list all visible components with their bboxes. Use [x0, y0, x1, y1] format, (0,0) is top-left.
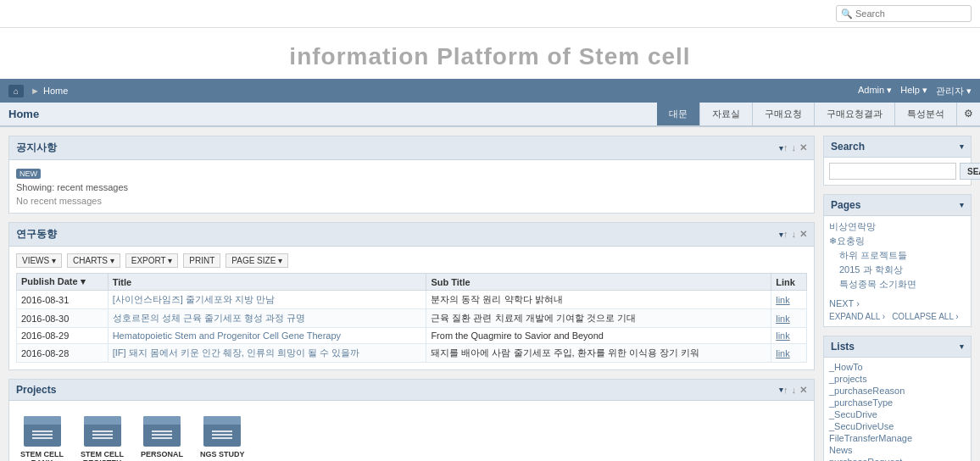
research-up[interactable]: ↑ — [783, 229, 788, 240]
cell-title[interactable]: Hematopoietic Stem and Progenitor Cell G… — [108, 328, 426, 344]
breadcrumb-home[interactable]: Home — [43, 86, 68, 96]
left-column: 공지사항 ▾ ↑ ↓ ✕ NEW Showing: recent message… — [8, 136, 815, 461]
top-search-wrap: 🔍 — [836, 5, 972, 22]
cell-link[interactable]: link — [771, 309, 807, 328]
col-title[interactable]: Title — [108, 274, 426, 291]
notices-down[interactable]: ↓ — [792, 142, 797, 153]
cell-date: 2016-08-30 — [17, 309, 109, 328]
list-item-link[interactable]: _SecuDriveUse — [829, 420, 966, 432]
tab-daemun[interactable]: 대문 — [657, 103, 700, 125]
search-button[interactable]: SEARCH — [960, 163, 980, 180]
project-item-personal[interactable]: PERSONAL — [141, 416, 183, 461]
project-item-stemcell-bank[interactable]: STEM CELLBANK — [20, 416, 64, 461]
pages-panel: Pages ▾ 비상연락망❄요충링하위 프로젝트들2015 과 학회상특성종목 … — [823, 194, 972, 327]
lists-chevron[interactable]: ▾ — [960, 342, 964, 351]
expand-all[interactable]: EXPAND ALL › — [829, 312, 885, 321]
projects-close[interactable]: ✕ — [799, 385, 807, 396]
table-row: 2016-08-29 Hematopoietic Stem and Progen… — [17, 328, 807, 344]
pagesize-btn[interactable]: PAGE SIZE ▾ — [226, 253, 288, 268]
tab-bar: Home 대문 자료실 구매요청 구매요청결과 특성분석 ⚙ — [0, 103, 980, 127]
notices-title: 공지사항 — [16, 141, 779, 155]
list-item-link[interactable]: _projects — [829, 373, 966, 385]
list-item-link[interactable]: _SecuDrive — [829, 408, 966, 420]
list-item-link[interactable]: FileTransferManage — [829, 432, 966, 444]
research-table: Publish Date ▾ Title Sub Title Link 2016… — [16, 273, 807, 363]
tab-gumaeyo[interactable]: 구매요청 — [753, 103, 815, 125]
lists-body: _HowTo_projects_purchaseReason_purchaseT… — [824, 358, 971, 461]
cell-link[interactable]: link — [771, 291, 807, 309]
cell-link[interactable]: link — [771, 328, 807, 344]
research-close[interactable]: ✕ — [799, 229, 807, 240]
project-label: STEM CELLREGISTRY — [81, 450, 124, 461]
right-search-body: SEARCH — [824, 158, 971, 185]
pages-expand-collapse: EXPAND ALL › COLLAPSE ALL › — [824, 310, 971, 326]
page-label: Home — [8, 103, 47, 125]
tab-settings-icon[interactable]: ⚙ — [957, 103, 980, 125]
cell-link[interactable]: link — [771, 344, 807, 363]
help-menu[interactable]: Help ▾ — [900, 85, 927, 97]
research-controls: ↑ ↓ ✕ — [783, 229, 807, 240]
right-column: Search ▾ SEARCH Pages ▾ 비상연락망❄요충링하위 프로젝트… — [823, 136, 972, 461]
manager-menu[interactable]: 관리자 ▾ — [936, 85, 972, 97]
projects-down[interactable]: ↓ — [792, 385, 797, 396]
right-search-chevron[interactable]: ▾ — [960, 142, 964, 151]
list-item-link[interactable]: purchaseRequest — [829, 456, 966, 461]
col-date[interactable]: Publish Date ▾ — [17, 274, 109, 291]
projects-up[interactable]: ↑ — [783, 385, 788, 396]
project-icon — [203, 416, 241, 447]
pages-title: Pages — [831, 199, 960, 211]
tab-tuksungbunsuk[interactable]: 특성분석 — [895, 103, 957, 125]
project-item-ngs-study[interactable]: NGS STUDY — [200, 416, 245, 461]
col-link[interactable]: Link — [771, 274, 807, 291]
list-item-link[interactable]: _purchaseType — [829, 397, 966, 408]
tab-gumaeresult[interactable]: 구매요청결과 — [815, 103, 895, 125]
list-item-link[interactable]: _HowTo — [829, 361, 966, 373]
lists-title: Lists — [831, 341, 960, 353]
cell-title[interactable]: 성호르몬의 성체 근육 줄기세포 형성 과정 규명 — [108, 309, 426, 328]
list-item: 비상연락망 — [829, 219, 966, 234]
list-item: ❄요충링 — [829, 234, 966, 248]
breadcrumb-sep: ► — [31, 86, 40, 96]
projects-controls: ↑ ↓ ✕ — [783, 385, 807, 396]
home-icon[interactable]: ⌂ — [8, 85, 24, 97]
notice-empty: No recent messages — [16, 196, 807, 206]
tabs: 대문 자료실 구매요청 구매요청결과 특성분석 ⚙ — [657, 103, 980, 125]
right-search-input[interactable] — [829, 163, 956, 180]
breadcrumb: ⌂ ► Home — [8, 85, 68, 97]
right-search-panel: Search ▾ SEARCH — [823, 136, 972, 186]
print-btn[interactable]: PRINT — [183, 253, 220, 268]
notices-up[interactable]: ↑ — [783, 142, 788, 153]
tab-jaryosil[interactable]: 자료실 — [700, 103, 753, 125]
lists-header: Lists ▾ — [824, 336, 971, 358]
col-subtitle[interactable]: Sub Title — [426, 274, 771, 291]
pages-next[interactable]: NEXT › — [824, 295, 971, 310]
notices-close[interactable]: ✕ — [799, 142, 807, 153]
page-link[interactable]: 특성종목 소기화면 — [839, 279, 916, 289]
top-search-input[interactable] — [836, 5, 972, 22]
cell-subtitle: 근육 질환 관련 치료제 개발에 기여할 것으로 기대 — [426, 309, 771, 328]
admin-menu[interactable]: Admin ▾ — [858, 85, 892, 97]
page-link[interactable]: 2015 과 학회상 — [839, 264, 903, 275]
collapse-all[interactable]: COLLAPSE ALL › — [892, 312, 959, 321]
table-row: 2016-08-28 [IF] 돼지 몸에서 키운 인간 췌장, 인류의 희망이… — [17, 344, 807, 363]
list-item-link[interactable]: News — [829, 444, 966, 456]
search-icon: 🔍 — [841, 8, 853, 19]
page-link[interactable]: 비상연락망 — [829, 221, 876, 231]
notices-panel-header: 공지사항 ▾ ↑ ↓ ✕ — [9, 136, 814, 160]
research-down[interactable]: ↓ — [792, 229, 797, 240]
page-link[interactable]: 하위 프로젝트들 — [839, 250, 907, 260]
list-item-link[interactable]: _purchaseReason — [829, 385, 966, 397]
admin-links: Admin ▾ Help ▾ 관리자 ▾ — [858, 85, 972, 97]
cell-title[interactable]: [사이언스타임즈] 줄기세포와 지방 만남 — [108, 291, 426, 309]
views-btn[interactable]: VIEWS ▾ — [16, 253, 62, 268]
cell-title[interactable]: [IF] 돼지 몸에서 키운 인간 췌장, 인류의 희망이 될 수 있을까 — [108, 344, 426, 363]
table-row: 2016-08-31 [사이언스타임즈] 줄기세포와 지방 만남 분자의 동작 … — [17, 291, 807, 309]
pages-chevron[interactable]: ▾ — [960, 201, 964, 209]
page-link[interactable]: ❄요충링 — [829, 236, 865, 246]
project-item-stemcell-registry[interactable]: STEM CELLREGISTRY — [81, 416, 124, 461]
cell-date: 2016-08-31 — [17, 291, 109, 309]
charts-btn[interactable]: CHARTS ▾ — [67, 253, 120, 268]
cell-subtitle: 돼지를 배아에 사람 줄기세포 주입, 환자를 위한 이식용 장기 키워 — [426, 344, 771, 363]
notices-controls: ↑ ↓ ✕ — [783, 142, 807, 153]
export-btn[interactable]: EXPORT ▾ — [125, 253, 179, 268]
